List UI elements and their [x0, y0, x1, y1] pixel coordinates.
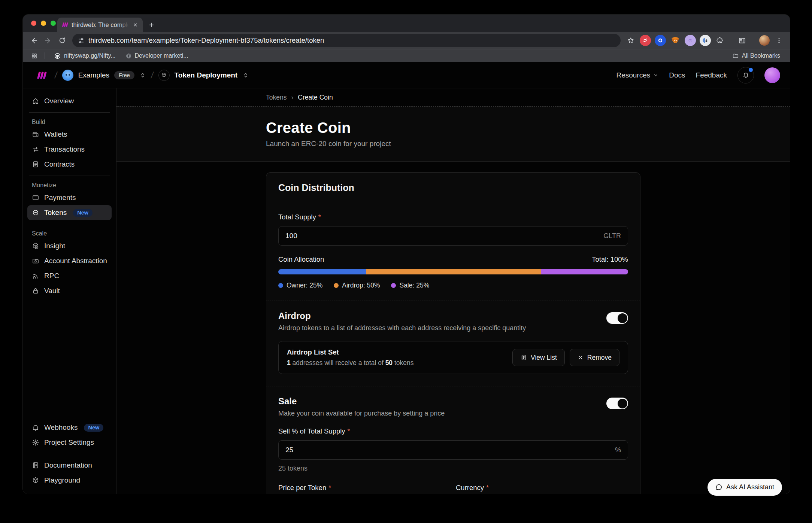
close-window-button[interactable] — [31, 21, 36, 26]
bookmark-item[interactable]: Developer marketi... — [122, 51, 192, 61]
sidebar-item-project-settings[interactable]: Project Settings — [27, 435, 112, 450]
zoom-window-button[interactable] — [51, 21, 56, 26]
profile-avatar[interactable] — [759, 35, 770, 46]
all-bookmarks[interactable]: All Bookmarks — [728, 51, 784, 61]
ask-ai-assistant-button[interactable]: Ask AI Assistant — [708, 479, 782, 496]
thirdweb-logo[interactable] — [33, 70, 50, 81]
project-switcher-icon[interactable] — [242, 72, 249, 79]
transactions-icon — [32, 146, 39, 153]
breadcrumb-tokens-link[interactable]: Tokens — [266, 94, 287, 101]
allocation-legend: Owner: 25% Airdrop: 50% Sale: 25% — [278, 282, 628, 289]
remove-button[interactable]: Remove — [570, 349, 619, 366]
apps-grid-icon[interactable] — [29, 51, 39, 61]
sidebar-item-contracts[interactable]: Contracts — [27, 157, 112, 172]
supply-section: Total Supply * GLTR Coin Allocation Tota… — [266, 203, 640, 301]
legend-dot-owner — [278, 283, 283, 288]
sidebar-item-label: Playground — [44, 476, 80, 484]
notifications-button[interactable] — [737, 67, 754, 83]
total-supply-label: Total Supply — [278, 213, 316, 221]
sidebar-item-label: Transactions — [44, 145, 85, 153]
extension-4-icon[interactable] — [685, 35, 696, 46]
sidebar-divider — [29, 176, 110, 176]
browser-tab[interactable]: thirdweb: The complete web3 — [57, 18, 143, 32]
required-asterisk: * — [348, 428, 350, 435]
minimize-window-button[interactable] — [41, 21, 46, 26]
forward-icon[interactable] — [42, 34, 54, 47]
sidebar-section-scale: Scale — [27, 228, 112, 238]
sidebar-item-playground[interactable]: Playground — [27, 473, 112, 488]
user-avatar[interactable] — [764, 67, 780, 83]
new-tab-button[interactable] — [145, 18, 158, 31]
required-asterisk: * — [328, 484, 331, 492]
sidebar-item-transactions[interactable]: Transactions — [27, 142, 112, 157]
feedback-link[interactable]: Feedback — [696, 71, 727, 79]
page-hero: Create Coin Launch an ERC-20 coin for yo… — [116, 107, 790, 162]
sell-pct-input[interactable] — [285, 446, 615, 454]
bookmark-item[interactable]: niftyswap.gg/Nifty... — [50, 51, 119, 61]
side-panel-icon[interactable] — [736, 34, 748, 47]
chat-icon — [715, 484, 722, 491]
legend-label-owner: Owner: 25% — [287, 282, 322, 289]
airdrop-section: Airdrop Airdrop tokens to a list of addr… — [266, 301, 640, 386]
reload-icon[interactable] — [56, 34, 69, 47]
project-name[interactable]: Token Deployment — [175, 71, 238, 79]
url-bar[interactable]: thirdweb.com/team/examples/Token-Deploym… — [72, 34, 621, 47]
site-info-icon[interactable] — [78, 37, 85, 44]
airdrop-title: Airdrop — [278, 311, 526, 321]
bookmark-star-icon[interactable] — [624, 34, 637, 47]
sell-pct-field[interactable]: % — [278, 440, 628, 460]
total-supply-input[interactable] — [285, 232, 603, 240]
sidebar-item-account-abstraction[interactable]: Account Abstraction — [27, 253, 112, 268]
bookmark-globe-icon — [125, 53, 132, 59]
sidebar-item-wallets[interactable]: Wallets — [27, 127, 112, 142]
menu-kebab-icon[interactable] — [773, 34, 785, 47]
extension-2-icon[interactable] — [655, 35, 666, 46]
team-name[interactable]: Examples — [78, 71, 109, 79]
dashboard-header: / Examples Free / Token Deployment — [23, 62, 790, 88]
back-icon[interactable] — [27, 34, 40, 47]
sidebar-item-documentation[interactable]: Documentation — [27, 458, 112, 473]
playground-icon — [32, 477, 39, 484]
sidebar-item-insight[interactable]: Insight — [27, 238, 112, 253]
sidebar-item-payments[interactable]: Payments — [27, 190, 112, 205]
card-title: Coin Distribution — [278, 182, 628, 193]
breadcrumb-slash: / — [54, 70, 58, 80]
sidebar-item-webhooks[interactable]: Webhooks New — [27, 420, 112, 435]
allocation-segment-sale — [541, 269, 628, 274]
coin-allocation-label: Coin Allocation — [278, 255, 324, 264]
tab-strip: thirdweb: The complete web3 — [23, 15, 790, 32]
tab-close-icon[interactable] — [131, 21, 139, 28]
url-text[interactable]: thirdweb.com/team/examples/Token-Deploym… — [88, 36, 618, 45]
extension-metamask-icon[interactable] — [670, 35, 681, 46]
project-cube-icon — [158, 70, 170, 81]
total-supply-field[interactable]: GLTR — [278, 226, 628, 246]
documentation-icon — [32, 462, 39, 469]
sidebar-item-label: Project Settings — [44, 438, 94, 447]
extension-1-icon[interactable] — [640, 35, 651, 46]
resources-menu[interactable]: Resources — [616, 71, 658, 79]
sidebar-item-vault[interactable]: Vault — [27, 283, 112, 298]
sidebar-item-rpc[interactable]: RPC — [27, 268, 112, 283]
sidebar-item-overview[interactable]: Overview — [27, 94, 112, 109]
extensions-puzzle-icon[interactable] — [713, 34, 726, 47]
team-avatar[interactable] — [62, 70, 73, 81]
bookmark-github-icon — [54, 52, 61, 60]
bookmark-label: Developer marketi... — [135, 52, 188, 59]
legend-dot-sale — [391, 283, 396, 288]
bookmark-label: niftyswap.gg/Nifty... — [64, 52, 116, 59]
window-controls — [31, 21, 56, 26]
extension-5-icon[interactable] — [700, 35, 711, 46]
view-list-file-icon — [520, 354, 527, 361]
legend-label-airdrop: Airdrop: 50% — [342, 282, 380, 289]
sidebar-item-tokens[interactable]: Tokens New — [27, 205, 112, 220]
insight-icon — [32, 242, 39, 250]
airdrop-toggle[interactable] — [606, 312, 628, 324]
team-switcher-icon[interactable] — [139, 72, 146, 79]
sale-title: Sale — [278, 396, 445, 407]
sale-toggle[interactable] — [606, 398, 628, 409]
desktop-background: thirdweb: The complete web3 thir — [0, 0, 812, 523]
view-list-button[interactable]: View List — [512, 349, 565, 366]
sidebar-item-label: Documentation — [44, 461, 92, 469]
docs-link[interactable]: Docs — [669, 71, 685, 79]
sidebar-item-label: Insight — [44, 242, 65, 250]
